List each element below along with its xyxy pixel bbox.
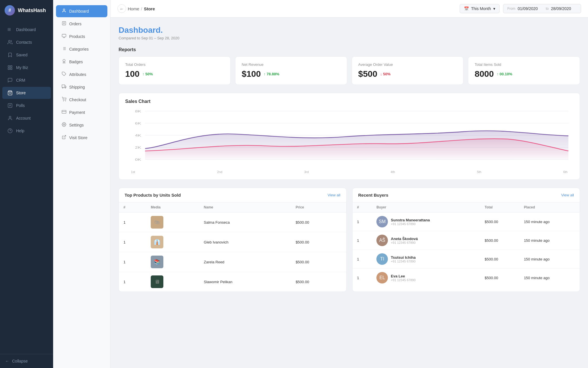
buyer-avatar-0: SM xyxy=(376,216,388,227)
chart-svg: 8K 6K 4K 2K 0K xyxy=(125,108,573,168)
buyer-info-2: TI Tsutsui Ichiha +91 12345 67890 xyxy=(372,250,480,269)
report-card-total-items: Total Items Sold 8000 ↑ 00.10% xyxy=(468,56,580,85)
sub-item-dashboard[interactable]: Dashboard xyxy=(56,5,107,17)
recent-buyers-view-all[interactable]: View all xyxy=(561,193,574,197)
sub-payment-icon xyxy=(62,110,66,115)
date-from-input[interactable] xyxy=(518,6,543,11)
reports-section-title: Reports xyxy=(119,47,580,52)
total-orders-value: 100 xyxy=(125,69,140,79)
from-label: From xyxy=(507,7,515,11)
sub-label-shipping: Shipping xyxy=(69,85,85,89)
chart-title: Sales Chart xyxy=(125,99,573,104)
buyer-name-1: Aneta Škodová xyxy=(391,237,418,241)
product-rank-2: 1 xyxy=(119,252,146,272)
table-row: 1 🖥 Slawomir Pelikan $500.00 xyxy=(119,272,346,292)
net-revenue-badge: ↑ 78.88% xyxy=(264,72,279,76)
sub-item-categories[interactable]: Categories xyxy=(56,43,107,55)
col-buyer: Buyer xyxy=(372,202,480,212)
total-items-value: 8000 xyxy=(475,69,494,79)
svg-point-0 xyxy=(9,40,10,42)
top-products-title: Top Products by Units Sold xyxy=(125,193,181,198)
sidebar-item-polls[interactable]: Polls xyxy=(2,99,51,112)
sidebar-item-help[interactable]: Help xyxy=(2,125,51,137)
total-orders-label: Total Orders xyxy=(125,62,224,67)
collapse-button[interactable]: ← Collapse xyxy=(0,354,53,368)
this-month-filter[interactable]: 📅 This Month ▾ xyxy=(460,4,500,13)
table-row: 1 TI Tsutsui Ichiha +91 12345 67890 $500… xyxy=(353,250,580,269)
sidebar-item-crm[interactable]: CRM xyxy=(2,74,51,86)
net-revenue-value: $100 xyxy=(242,69,261,79)
sub-label-orders: Orders xyxy=(69,22,82,26)
buyer-rank-3: 1 xyxy=(353,269,372,287)
buyer-info-1: AŠ Aneta Škodová +91 12345 67890 xyxy=(372,231,480,250)
buyer-placed-2: 150 minute ago xyxy=(519,250,580,269)
sub-attributes-icon xyxy=(62,72,66,77)
report-card-net-revenue: Net Revenue $100 ↑ 78.88% xyxy=(235,56,347,85)
sub-orders-icon xyxy=(62,21,66,27)
sub-item-attributes[interactable]: Attributes xyxy=(56,68,107,80)
product-rank-0: 1 xyxy=(119,212,146,232)
x-label-1st: 1st xyxy=(131,170,135,174)
buyer-name-3: Eva Lee xyxy=(391,274,415,278)
buyer-rank-0: 1 xyxy=(353,212,372,231)
dashboard-subtitle: Compared to Sep 01 – Sep 28, 2020 xyxy=(119,36,580,40)
sub-item-checkout[interactable]: Checkout xyxy=(56,94,107,106)
top-products-view-all[interactable]: View all xyxy=(328,193,341,197)
breadcrumb: ← Home / Store xyxy=(117,4,155,13)
sidebar-item-store[interactable]: Store xyxy=(2,87,51,99)
sidebar-label-contacts: Contacts xyxy=(16,40,32,45)
svg-text:2K: 2K xyxy=(135,146,141,149)
x-label-5th: 5th xyxy=(477,170,481,174)
col-rank: # xyxy=(119,202,146,212)
sub-item-payment[interactable]: Payment xyxy=(56,106,107,118)
collapse-label: Collapse xyxy=(12,359,28,363)
product-media-2: 📚 xyxy=(146,252,199,272)
date-to-input[interactable] xyxy=(551,6,577,11)
dashboard-icon: ⊞ xyxy=(7,27,13,32)
sub-item-badges[interactable]: Badges xyxy=(56,56,107,68)
buyer-rank-1: 1 xyxy=(353,231,372,250)
sidebar-item-contacts[interactable]: Contacts xyxy=(2,36,51,48)
product-name-2: Zarela Reed xyxy=(199,252,291,272)
col-price: Price xyxy=(291,202,346,212)
sub-item-visit-store[interactable]: Visit Store xyxy=(56,132,107,144)
sidebar-item-dashboard[interactable]: ⊞ Dashboard xyxy=(2,24,51,36)
col-placed: Placed xyxy=(519,202,580,212)
back-button[interactable]: ← xyxy=(117,4,126,13)
table-row: 1 👔 Gleb Ivanovich $500.00 xyxy=(119,232,346,252)
sub-item-shipping[interactable]: Shipping xyxy=(56,81,107,93)
sidebar-item-mybiz[interactable]: My Biz xyxy=(2,62,51,74)
svg-rect-3 xyxy=(11,68,12,70)
buyer-placed-3: 150 minute ago xyxy=(519,269,580,287)
sidebar-item-account[interactable]: Account xyxy=(2,112,51,124)
recent-buyers-title: Recent Buyers xyxy=(358,193,388,198)
bottom-grid: Top Products by Units Sold View all # Me… xyxy=(119,188,580,292)
sidebar-label-account: Account xyxy=(16,116,31,120)
buyer-avatar-1: AŠ xyxy=(376,235,388,246)
sub-item-orders[interactable]: Orders xyxy=(56,18,107,30)
top-products-table: # Media Name Price 1 🛍 Salma Fonseca $50… xyxy=(119,202,346,292)
svg-point-23 xyxy=(65,87,66,88)
main-nav: ⊞ Dashboard Contacts Saved My Biz CRM xyxy=(0,21,53,354)
report-card-total-orders: Total Orders 100 ↑ 50% xyxy=(119,56,231,85)
store-icon xyxy=(7,90,13,95)
buyer-phone-1: +91 12345 67890 xyxy=(391,241,418,244)
sub-item-products[interactable]: Products xyxy=(56,30,107,43)
sub-item-settings[interactable]: Settings xyxy=(56,119,107,131)
buyer-phone-2: +91 12345 67890 xyxy=(391,260,415,263)
help-icon xyxy=(7,128,13,133)
net-revenue-label: Net Revenue xyxy=(242,62,341,67)
product-price-0: $500.00 xyxy=(291,212,346,232)
sub-label-attributes: Attributes xyxy=(69,72,86,77)
x-label-4th: 4th xyxy=(391,170,395,174)
calendar-icon: 📅 xyxy=(464,6,469,11)
col-buyer-rank: # xyxy=(353,202,372,212)
svg-text:4K: 4K xyxy=(135,134,141,137)
sub-settings-icon xyxy=(62,122,66,128)
avg-order-label: Average Order Value xyxy=(358,62,457,67)
buyer-name-0: Sunstra Maneerattana xyxy=(391,218,430,222)
product-media-3: 🖥 xyxy=(146,272,199,292)
sidebar-label-help: Help xyxy=(16,129,24,133)
buyer-total-1: $500.00 xyxy=(480,231,519,250)
sidebar-item-saved[interactable]: Saved xyxy=(2,49,51,61)
